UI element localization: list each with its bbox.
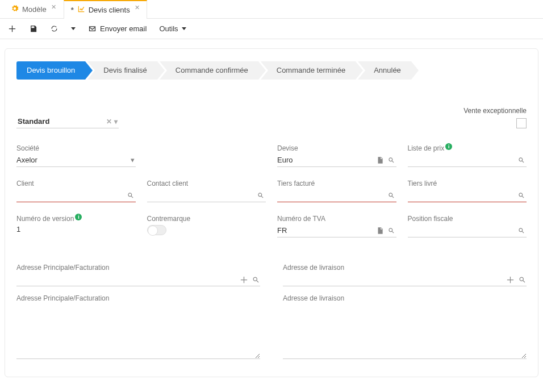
invoiced-third-field: Tiers facturé: [277, 180, 396, 202]
invoiced-third-input[interactable]: [277, 190, 396, 202]
field-label: Devise: [277, 144, 396, 152]
search-icon[interactable]: [387, 156, 395, 164]
step-annulee[interactable]: Annulée: [358, 61, 411, 80]
form-grid: Société Axelor ▾ Devise Euro Liste de pr…: [16, 144, 527, 237]
info-icon[interactable]: i: [445, 143, 452, 150]
tab-label: Devis clients: [89, 6, 130, 14]
client-input[interactable]: [16, 190, 136, 202]
form-header-row: Standard ✕ ▾ Vente exceptionnelle: [16, 107, 527, 128]
client-contact-input[interactable]: [147, 190, 266, 202]
search-icon[interactable]: [127, 191, 135, 199]
currency-input[interactable]: Euro: [277, 155, 396, 167]
tab-strip: Modèle ✕ * Devis clients ✕: [0, 0, 543, 19]
field-label: Numéro de versioni: [16, 215, 136, 223]
send-email-label: Envoyer email: [100, 24, 147, 33]
document-icon[interactable]: [376, 227, 384, 235]
dirty-indicator: *: [71, 6, 74, 14]
step-commande-confirmee[interactable]: Commande confirmée: [160, 61, 258, 80]
delivery-address-select[interactable]: [283, 274, 527, 286]
mail-icon: [88, 24, 97, 33]
close-icon[interactable]: ✕: [135, 4, 140, 11]
delivered-third-input[interactable]: [408, 190, 527, 202]
step-commande-terminee[interactable]: Commande terminée: [261, 61, 356, 80]
search-icon[interactable]: [387, 191, 395, 199]
document-icon[interactable]: [376, 156, 384, 164]
tab-label: Modèle: [22, 5, 47, 14]
save-button[interactable]: [29, 24, 37, 33]
vat-number-input[interactable]: FR: [277, 225, 396, 237]
field-label: Client: [16, 180, 136, 187]
field-label: Contremarque: [147, 215, 266, 223]
workflow-steps: Devis brouillon Devis finalisé Commande …: [16, 61, 527, 80]
chevron-down-icon: [182, 27, 186, 30]
chevron-down-icon[interactable]: ▾: [114, 118, 118, 126]
send-email-button[interactable]: Envoyer email: [88, 24, 147, 33]
currency-value: Euro: [277, 156, 293, 164]
address-section: Adresse Principale/Facturation Adresse d…: [16, 264, 527, 361]
exceptional-sale-checkbox[interactable]: [516, 118, 527, 128]
fiscal-position-input[interactable]: [408, 225, 527, 237]
field-label: Adresse Principale/Facturation: [16, 264, 260, 272]
clear-icon[interactable]: ✕: [106, 118, 112, 126]
search-icon[interactable]: [517, 227, 525, 235]
field-label: Adresse de livraison: [283, 294, 527, 302]
company-value: Axelor: [16, 156, 37, 164]
step-devis-finalise[interactable]: Devis finalisé: [87, 61, 157, 80]
tools-dropdown[interactable]: Outils: [159, 24, 186, 33]
search-icon[interactable]: [517, 156, 525, 164]
field-label: Tiers facturé: [277, 180, 396, 187]
search-icon[interactable]: [252, 276, 260, 284]
plus-icon[interactable]: [240, 276, 248, 284]
field-label: Contact client: [147, 180, 266, 187]
main-billing-address-select[interactable]: [16, 274, 260, 286]
new-button[interactable]: [8, 24, 16, 33]
company-select[interactable]: Axelor ▾: [16, 155, 136, 167]
field-label: Adresse Principale/Facturation: [16, 294, 260, 302]
field-label: Liste de prixi: [408, 144, 527, 152]
exceptional-sale: Vente exceptionnelle: [463, 107, 527, 128]
search-icon[interactable]: [387, 227, 395, 235]
search-icon[interactable]: [257, 191, 265, 199]
field-label: Société: [16, 144, 136, 152]
chart-line-icon: [77, 5, 85, 15]
main-billing-address-textarea[interactable]: [16, 305, 260, 359]
search-icon[interactable]: [518, 276, 527, 284]
main-billing-address-text-field: Adresse Principale/Facturation: [16, 294, 260, 361]
fiscal-position-field: Position fiscale: [408, 215, 527, 237]
field-label: Tiers livré: [408, 180, 527, 187]
dropdown-caret[interactable]: [71, 27, 76, 30]
version-number-value: 1: [16, 225, 136, 233]
toolbar: Envoyer email Outils: [0, 19, 543, 39]
vat-number-value: FR: [277, 226, 287, 235]
version-number-field: Numéro de versioni 1: [16, 215, 136, 237]
form-card: Devis brouillon Devis finalisé Commande …: [5, 48, 538, 377]
field-label: Position fiscale: [408, 215, 527, 223]
template-select-value: Standard: [18, 117, 49, 126]
chevron-down-icon: [71, 27, 76, 30]
company-field: Société Axelor ▾: [16, 144, 136, 167]
main-billing-address-field: Adresse Principale/Facturation: [16, 264, 260, 286]
exceptional-sale-label: Vente exceptionnelle: [463, 107, 527, 115]
tab-model[interactable]: Modèle ✕: [3, 0, 64, 18]
countermark-field: Contremarque: [147, 215, 266, 237]
chevron-down-icon: ▾: [131, 156, 135, 164]
step-devis-brouillon[interactable]: Devis brouillon: [16, 61, 85, 80]
info-icon[interactable]: i: [75, 214, 82, 220]
client-contact-field: Contact client: [147, 180, 266, 202]
tools-label: Outils: [159, 24, 178, 33]
tab-devis-clients[interactable]: * Devis clients ✕: [64, 0, 147, 19]
plus-icon[interactable]: [506, 276, 515, 284]
refresh-button[interactable]: [50, 24, 59, 33]
countermark-toggle[interactable]: [147, 225, 166, 235]
client-field: Client: [16, 180, 136, 202]
price-list-input[interactable]: [408, 155, 527, 167]
close-icon[interactable]: ✕: [51, 3, 56, 11]
vat-number-field: Numéro de TVA FR: [277, 215, 396, 237]
delivery-address-text-field: Adresse de livraison: [283, 294, 527, 361]
search-icon[interactable]: [517, 191, 525, 199]
currency-field: Devise Euro: [277, 144, 396, 167]
field-label: Adresse de livraison: [283, 264, 527, 272]
template-select[interactable]: Standard ✕ ▾: [16, 115, 119, 128]
delivery-address-textarea[interactable]: [283, 305, 527, 359]
field-label: Numéro de TVA: [277, 215, 396, 223]
